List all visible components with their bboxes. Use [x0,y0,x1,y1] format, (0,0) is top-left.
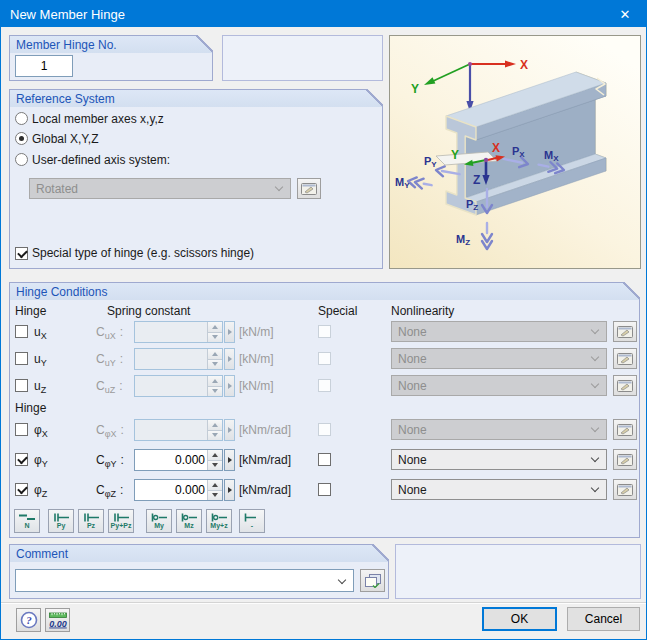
preset-mz-button[interactable]: Mz [176,509,202,533]
preset-my-mz-button[interactable]: My+z [206,509,232,533]
special-checkbox-ux [318,325,331,338]
unit-label-uy: [kN/m] [239,352,274,366]
units-settings-button[interactable]: 0.00 [45,608,70,632]
hinge-n-icon [18,513,36,522]
preset-py-pz-button[interactable]: Py+Pz [108,509,134,533]
x-axis-arrow-icon [505,61,516,68]
nonlinearity-select-ux: None [391,321,607,342]
dof-label-phix: φX [34,423,48,437]
nonlinearity-select-phiy[interactable]: None [391,449,607,470]
spring-constant-label-uy: CuY: [96,352,123,366]
special-checkbox-uz [318,379,331,392]
nonlinearity-select-uy: None [391,348,607,369]
spring-constant-input-phiz[interactable] [134,479,223,501]
preset-rigid-button[interactable]: - [239,509,265,533]
spin-up-icon [208,420,222,430]
svg-text:Y: Y [451,148,459,162]
edit-nonlinearity-button-uy [613,348,637,369]
svg-text:Z: Z [473,173,480,187]
hinge-checkbox-uz[interactable] [15,379,28,392]
spin-up-icon [208,349,222,359]
spin-down-icon [208,430,222,441]
radio-local-axes[interactable] [15,112,28,125]
special-hinge-checkbox[interactable] [15,247,28,260]
chevron-down-icon [591,454,599,462]
hinge-row-phiy: φY CφY: [kNm/rad] None [10,449,639,471]
picker-arrow-icon [228,356,232,362]
empty-panel-bottom [395,544,641,599]
chevron-down-icon [591,353,599,361]
value-picker-button[interactable] [224,479,235,501]
spin-down-icon [208,359,222,370]
comment-templates-button[interactable] [360,569,385,592]
hinge-checkbox-phix[interactable] [15,423,28,436]
nonlinearity-select-phix: None [391,419,607,440]
hinge-checkbox-ux[interactable] [15,325,28,338]
spring-constant-input-ux [134,321,223,343]
edit-dialog-icon [617,454,633,466]
help-button[interactable]: ? [16,608,41,632]
radio-user-defined[interactable] [15,153,28,166]
spring-constant-label-ux: CuX: [96,325,123,339]
comment-input[interactable] [22,573,333,589]
spring-constant-label-phiy: CφY: [96,453,124,467]
edit-nonlinearity-button-phiy[interactable] [613,449,637,470]
cancel-button[interactable]: Cancel [567,607,640,631]
svg-text:X: X [492,141,500,155]
spring-constant-label-phiz: CφZ: [96,483,123,497]
hinge-checkbox-phiz[interactable] [15,483,28,496]
member-hinge-no-caption: Member Hinge No. [16,38,117,52]
hinge-diagram-panel: X Y Z [389,35,641,269]
edit-nonlinearity-button-phiz[interactable] [613,479,637,500]
nonlinearity-select-phiz[interactable]: None [391,479,607,500]
comment-group: Comment [9,544,389,599]
comment-caption: Comment [16,547,68,561]
preset-pz-button[interactable]: Pz [78,509,104,533]
preset-py-button[interactable]: Py [48,509,74,533]
hinge-row-uy: uY CuY: [kN/m] None [10,348,639,370]
special-hinge-label: Special type of hinge (e.g. scissors hin… [32,246,254,260]
value-picker-button [224,321,235,343]
spin-down-button[interactable] [208,460,222,471]
hinge-checkbox-uy[interactable] [15,352,28,365]
reference-system-group: Reference System Local member axes x,y,z… [9,89,383,269]
value-picker-button [224,419,235,441]
hinge-pz-icon [82,513,100,522]
svg-text:X: X [520,58,528,72]
hinge-my-icon [150,513,168,522]
edit-nonlinearity-button-uz [613,375,637,396]
spin-up-button[interactable] [208,480,222,490]
spring-constant-input-phiy[interactable] [134,449,223,471]
column-header-nonlinearity: Nonlinearity [391,304,454,318]
radio-global-xyz-label: Global X,Y,Z [32,132,98,146]
edit-dialog-icon [617,353,633,365]
chevron-down-icon [338,576,346,584]
radio-global-xyz[interactable] [15,132,28,145]
hinge-checkbox-phiy[interactable] [15,453,28,466]
empty-panel-top [222,35,383,81]
unit-label-uz: [kN/m] [239,379,274,393]
member-hinge-no-group: Member Hinge No. [9,35,213,81]
comment-combobox[interactable] [15,569,354,592]
value-picker-button[interactable] [224,449,235,471]
member-hinge-no-input[interactable] [15,55,73,77]
special-checkbox-phiy[interactable] [318,453,331,466]
preset-my-button[interactable]: My [146,509,172,533]
ok-button[interactable]: OK [482,607,557,631]
edit-dialog-icon [301,183,317,195]
dof-label-phiz: φZ [34,483,47,497]
close-button[interactable]: ✕ [604,1,646,27]
my-label: MY [395,176,410,190]
spin-down-icon [208,386,222,397]
spin-down-button[interactable] [208,490,222,501]
picker-arrow-icon [228,487,232,493]
edit-axis-system-button [297,178,321,199]
special-checkbox-phix [318,423,331,436]
column-header-spring: Spring constant [107,304,190,318]
spin-up-button[interactable] [208,450,222,460]
preset-normal-hinge-button[interactable]: N [14,509,40,533]
unit-label-ux: [kN/m] [239,325,274,339]
special-checkbox-phiz[interactable] [318,483,331,496]
hinge-row-phiz: φZ CφZ: [kNm/rad] None [10,479,639,501]
chevron-down-icon [591,424,599,432]
